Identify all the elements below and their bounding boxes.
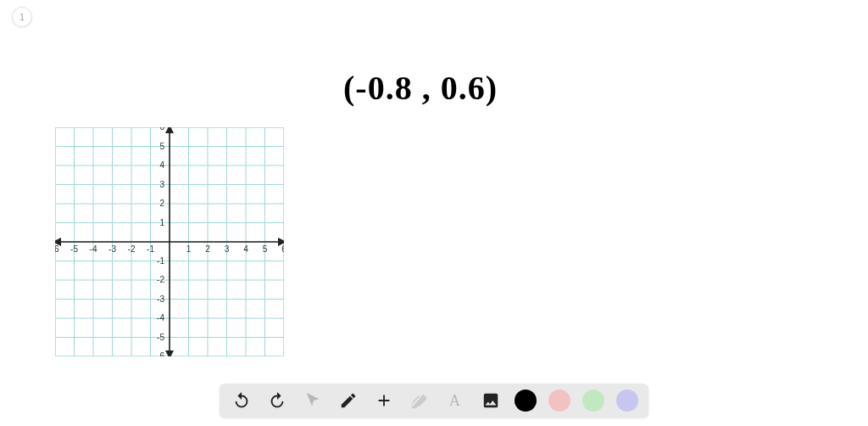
svg-text:-5: -5 <box>157 333 164 342</box>
color-purple[interactable] <box>616 390 638 412</box>
color-green[interactable] <box>582 390 604 412</box>
svg-text:-4: -4 <box>90 244 97 254</box>
svg-text:-5: -5 <box>70 244 78 254</box>
grid-svg: -6-5-4-3-2-1123456-6-5-4-3-2-1123456 <box>55 127 284 356</box>
svg-text:-6: -6 <box>157 351 164 356</box>
color-pink[interactable] <box>548 390 570 412</box>
eraser-button[interactable] <box>408 389 431 412</box>
svg-text:2: 2 <box>205 244 210 254</box>
svg-marker-30 <box>165 350 174 356</box>
add-button[interactable] <box>372 389 396 412</box>
svg-text:-2: -2 <box>157 275 164 284</box>
svg-marker-29 <box>165 127 174 133</box>
svg-text:6: 6 <box>281 244 284 254</box>
page-number: 1 <box>19 13 25 22</box>
svg-text:-3: -3 <box>157 294 164 304</box>
svg-text:6: 6 <box>159 127 164 132</box>
svg-text:5: 5 <box>263 244 268 254</box>
svg-text:3: 3 <box>225 244 230 254</box>
svg-text:3: 3 <box>159 180 164 189</box>
svg-text:5: 5 <box>159 142 164 151</box>
redo-button[interactable] <box>265 389 289 412</box>
svg-text:-2: -2 <box>128 244 136 254</box>
svg-text:1: 1 <box>159 218 164 227</box>
pencil-button[interactable] <box>337 389 360 412</box>
undo-button[interactable] <box>230 389 253 412</box>
handwritten-point-label: (-0.8 , 0.6) <box>343 68 498 108</box>
pointer-button[interactable] <box>301 389 325 412</box>
svg-text:-6: -6 <box>55 244 59 254</box>
page-number-badge: 1 <box>12 7 32 27</box>
eraser-icon <box>410 391 429 410</box>
image-tool-button[interactable] <box>479 389 503 412</box>
svg-text:-1: -1 <box>157 256 164 266</box>
svg-text:2: 2 <box>159 199 164 208</box>
redo-icon <box>268 391 287 410</box>
pencil-icon <box>339 391 358 410</box>
image-icon <box>481 391 500 410</box>
undo-icon <box>232 391 251 410</box>
svg-text:-1: -1 <box>147 244 154 254</box>
drawing-toolbar: A <box>220 384 648 418</box>
svg-text:A: A <box>449 392 461 409</box>
svg-text:-3: -3 <box>108 244 116 254</box>
coordinate-grid: -6-5-4-3-2-1123456-6-5-4-3-2-1123456 <box>55 127 284 356</box>
text-tool-button[interactable]: A <box>443 389 467 412</box>
plus-icon <box>375 391 393 410</box>
svg-text:4: 4 <box>243 244 248 254</box>
svg-text:1: 1 <box>186 244 192 254</box>
pointer-icon <box>303 391 322 410</box>
color-black[interactable] <box>515 390 537 412</box>
text-icon: A <box>446 391 465 410</box>
svg-text:-4: -4 <box>157 313 164 322</box>
svg-text:4: 4 <box>159 160 164 170</box>
